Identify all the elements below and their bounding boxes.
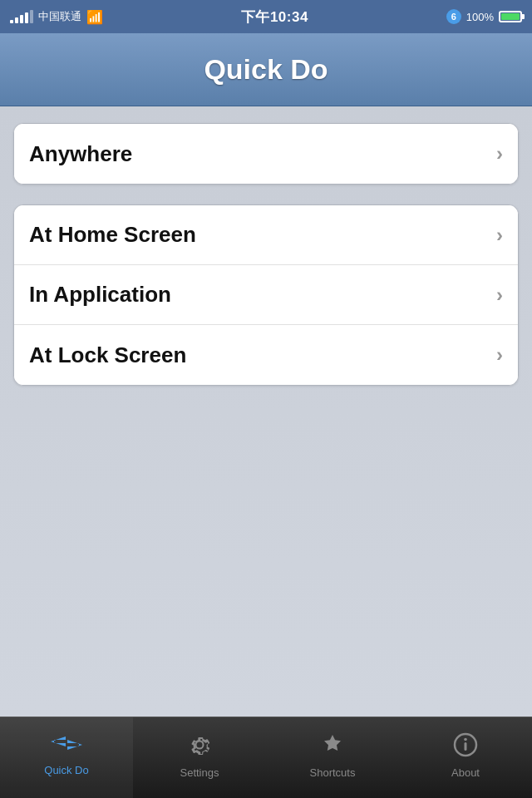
chevron-right-icon: › bbox=[496, 343, 503, 367]
tab-settings[interactable]: Settings bbox=[133, 717, 266, 798]
svg-point-2 bbox=[464, 737, 467, 741]
tab-about[interactable]: About bbox=[399, 717, 532, 798]
svg-rect-1 bbox=[465, 742, 467, 751]
row-anywhere-label: Anywhere bbox=[29, 141, 132, 167]
signal-bars-icon bbox=[10, 10, 33, 23]
star-icon bbox=[318, 731, 347, 763]
status-left: 中国联通 📶 bbox=[10, 9, 103, 25]
row-in-application[interactable]: In Application › bbox=[14, 265, 518, 325]
gear-icon bbox=[185, 731, 214, 763]
chevron-right-icon: › bbox=[496, 142, 503, 165]
carrier-label: 中国联通 bbox=[38, 9, 81, 24]
table-group-2: At Home Screen › In Application › At Loc… bbox=[13, 204, 519, 386]
status-bar: 中国联通 📶 下午10:34 6 100% bbox=[0, 0, 532, 33]
table-group-1: Anywhere › bbox=[13, 123, 519, 185]
row-lock-screen-label: At Lock Screen bbox=[29, 342, 186, 368]
wifi-icon: 📶 bbox=[86, 9, 103, 25]
status-time: 下午10:34 bbox=[241, 7, 308, 27]
row-lock-screen[interactable]: At Lock Screen › bbox=[14, 325, 518, 385]
row-home-screen[interactable]: At Home Screen › bbox=[14, 205, 518, 265]
row-in-application-label: In Application bbox=[29, 282, 171, 308]
tab-settings-label: Settings bbox=[180, 766, 219, 779]
chevron-right-icon: › bbox=[496, 224, 503, 247]
tab-about-label: About bbox=[451, 766, 480, 779]
arrows-icon bbox=[51, 733, 82, 761]
tab-shortcuts-label: Shortcuts bbox=[310, 766, 356, 779]
battery-icon bbox=[499, 11, 522, 22]
tab-quick-do[interactable]: Quick Do bbox=[0, 717, 133, 798]
tab-quick-do-label: Quick Do bbox=[44, 764, 88, 776]
tab-bar: Quick Do Settings Shortcuts Abou bbox=[0, 717, 532, 798]
status-right: 6 100% bbox=[446, 9, 522, 24]
row-home-screen-label: At Home Screen bbox=[29, 222, 196, 248]
row-anywhere[interactable]: Anywhere › bbox=[14, 124, 518, 184]
page-title: Quick Do bbox=[204, 53, 328, 86]
tab-shortcuts[interactable]: Shortcuts bbox=[266, 717, 399, 798]
main-content: Anywhere › At Home Screen › In Applicati… bbox=[0, 106, 532, 717]
chevron-right-icon: › bbox=[496, 283, 503, 307]
navigation-bar: Quick Do bbox=[0, 33, 532, 106]
info-icon bbox=[451, 731, 480, 763]
battery-percent: 100% bbox=[466, 11, 494, 23]
notification-badge: 6 bbox=[446, 9, 461, 24]
